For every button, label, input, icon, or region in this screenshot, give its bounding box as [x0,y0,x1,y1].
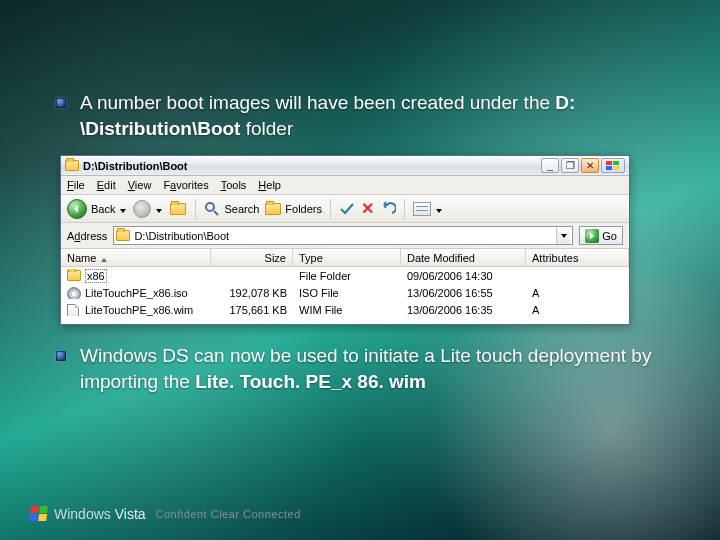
back-label: Back [91,203,115,215]
file-date: 09/06/2006 14:30 [401,270,526,282]
search-button[interactable]: Search [204,201,259,217]
file-date: 13/06/2006 16:35 [401,304,526,316]
folder-icon [65,160,79,172]
window-title: D:\Distribution\Boot [83,160,537,172]
folders-icon [265,203,281,215]
chevron-down-icon [435,205,443,213]
check-button[interactable] [339,201,355,217]
tagline: Confident Clear Connected [156,508,301,520]
windows-flag-icon [606,161,620,171]
menu-tools[interactable]: Tools [221,179,247,191]
iso-file-icon [67,287,81,299]
file-type: ISO File [293,287,401,299]
folder-icon [116,230,130,241]
menu-help[interactable]: Help [258,179,281,191]
bullet-icon [56,98,66,108]
menu-view[interactable]: View [128,179,152,191]
go-button[interactable]: Go [579,226,623,245]
bullet-icon [56,351,66,361]
search-icon [204,201,220,217]
address-bar: Address D:\Distribution\Boot Go [61,223,629,249]
up-folder-icon [169,200,187,218]
minimize-button[interactable]: _ [541,158,559,173]
sort-asc-icon [100,254,108,262]
address-label: Address [67,230,107,242]
brand-prefix: Windows [54,506,111,522]
windows-flag-icon [29,506,49,522]
column-type[interactable]: Type [293,249,401,266]
menu-favorites[interactable]: Favorites [163,179,208,191]
folders-label: Folders [285,203,322,215]
explorer-titlebar[interactable]: D:\Distribution\Boot _ ❐ ✕ [61,156,629,176]
file-attr: A [526,287,629,299]
list-header: Name Size Type Date Modified Attributes [61,249,629,267]
go-label: Go [602,230,617,242]
svg-line-1 [214,211,218,215]
file-date: 13/06/2006 16:55 [401,287,526,299]
forward-button[interactable] [133,200,163,218]
file-icon [67,304,81,316]
toolbar-separator [195,199,196,219]
address-value: D:\Distribution\Boot [134,230,552,242]
file-name: x86 [85,269,107,283]
file-list: x86 File Folder 09/06/2006 14:30 LiteTou… [61,267,629,324]
folders-button[interactable]: Folders [265,203,322,215]
file-size: 175,661 KB [211,304,293,316]
search-label: Search [224,203,259,215]
close-button[interactable]: ✕ [581,158,599,173]
chevron-down-icon [119,205,127,213]
bullet-suffix: folder [240,118,293,139]
views-button[interactable] [413,202,443,216]
menu-edit[interactable]: Edit [97,179,116,191]
svg-point-0 [206,203,214,211]
back-button[interactable]: Back [67,199,127,219]
undo-button[interactable] [380,201,396,217]
file-type: File Folder [293,270,401,282]
undo-icon [380,201,396,217]
bullet-text: Windows DS can now be used to initiate a… [80,343,680,394]
windows-vista-logo: Windows Vista [30,506,146,522]
brand-suffix: Vista [115,506,146,522]
menu-file[interactable]: File [67,179,85,191]
bullet-text: A number boot images will have been crea… [80,90,680,141]
file-attr: A [526,304,629,316]
column-date[interactable]: Date Modified [401,249,526,266]
chevron-down-icon [155,205,163,213]
file-size: 192,078 KB [211,287,293,299]
bullet-prefix: A number boot images will have been crea… [80,92,555,113]
file-name: LiteTouchPE_x86.iso [85,287,188,299]
list-item[interactable]: LiteTouchPE_x86.iso 192,078 KB ISO File … [61,284,629,301]
toolbar-separator [404,199,405,219]
list-item[interactable]: x86 File Folder 09/06/2006 14:30 [61,267,629,284]
bullet-bold: Lite. Touch. PE_x 86. wim [195,371,426,392]
back-icon [67,199,87,219]
explorer-window: D:\Distribution\Boot _ ❐ ✕ File Edit Vie… [60,155,630,325]
address-dropdown[interactable] [556,227,570,244]
go-icon [585,229,599,243]
views-icon [413,202,431,216]
column-attributes[interactable]: Attributes [526,249,629,266]
check-icon [339,201,355,217]
maximize-button[interactable]: ❐ [561,158,579,173]
forward-icon [133,200,151,218]
slide-bullet: A number boot images will have been crea… [56,90,680,141]
x-icon: ✕ [361,201,374,217]
toolbar: Back Search Folders ✕ [61,195,629,223]
folder-icon [67,270,81,282]
file-name: LiteTouchPE_x86.wim [85,304,193,316]
file-type: WIM File [293,304,401,316]
windows-flag-button[interactable] [601,158,625,173]
menu-bar: File Edit View Favorites Tools Help [61,176,629,195]
column-name[interactable]: Name [61,249,211,266]
toolbar-separator [330,199,331,219]
address-input[interactable]: D:\Distribution\Boot [113,226,573,245]
slide-bullet: Windows DS can now be used to initiate a… [56,343,680,394]
up-button[interactable] [169,200,187,218]
column-size[interactable]: Size [211,249,293,266]
slide-footer: Windows Vista Confident Clear Connected [30,506,301,522]
delete-button[interactable]: ✕ [361,201,374,217]
list-item[interactable]: LiteTouchPE_x86.wim 175,661 KB WIM File … [61,301,629,318]
